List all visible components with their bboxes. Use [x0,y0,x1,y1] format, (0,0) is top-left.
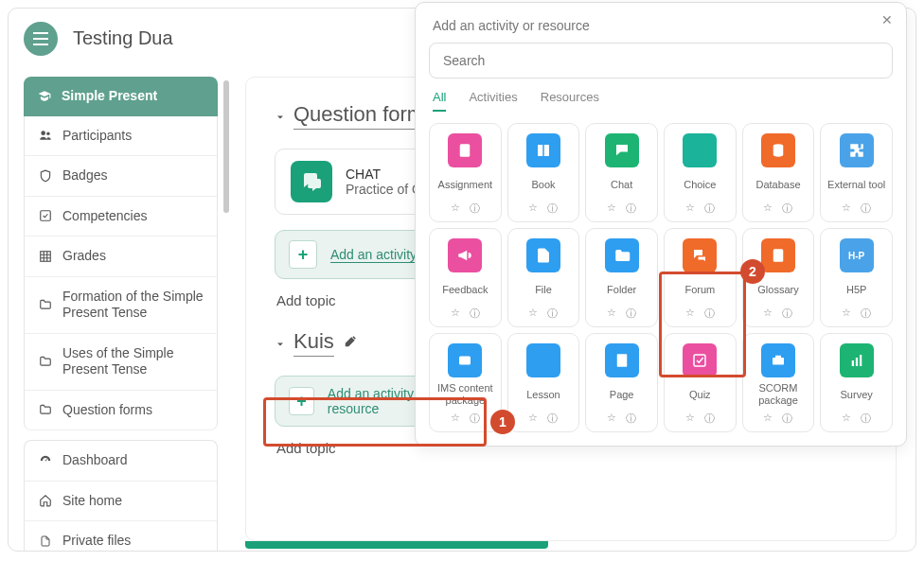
info-icon[interactable]: ⓘ [861,307,871,321]
star-icon[interactable]: ☆ [763,202,773,216]
activity-card-file[interactable]: File☆ⓘ [507,228,580,327]
info-icon[interactable]: ⓘ [470,412,480,426]
hamburger-button[interactable] [24,22,58,56]
svg-rect-19 [619,359,625,360]
activity-card-survey[interactable]: Survey☆ⓘ [820,333,893,432]
info-icon[interactable]: ⓘ [782,412,792,426]
info-icon[interactable]: ⓘ [547,202,558,216]
chat-icon [605,133,639,167]
search-input[interactable] [429,43,893,79]
sidebar-item-question-forms[interactable]: Question forms [24,391,218,431]
info-icon[interactable]: ⓘ [547,412,558,426]
svg-rect-1 [33,38,48,40]
check-square-icon [38,208,53,223]
puzzle-icon [840,133,874,167]
info-icon[interactable]: ⓘ [470,202,480,216]
callout-badge-1: 1 [490,410,515,434]
hamburger-icon [33,32,48,45]
svg-rect-12 [773,249,784,262]
activity-card-feedback[interactable]: Feedback☆ⓘ [429,228,502,327]
star-icon[interactable]: ☆ [685,412,695,426]
info-icon[interactable]: ⓘ [782,202,792,216]
activity-card-book[interactable]: Book☆ⓘ [507,123,580,222]
info-icon[interactable]: ⓘ [861,412,871,426]
star-icon[interactable]: ☆ [528,307,538,321]
activity-card-label: Assignment [438,173,492,196]
sidebar-item-site-home[interactable]: Site home [24,482,218,522]
info-icon[interactable]: ⓘ [782,307,792,321]
sidebar-item-label: Private files [62,533,131,550]
star-icon[interactable]: ☆ [842,412,851,426]
svg-rect-17 [616,354,627,367]
star-icon[interactable]: ☆ [842,307,851,321]
tab-resources[interactable]: Resources [541,90,599,112]
activity-card-folder[interactable]: Folder☆ⓘ [585,228,658,327]
course-title: Testing Dua [73,27,173,49]
file-doc-icon [448,133,482,167]
activity-card-assignment[interactable]: Assignment☆ⓘ [429,123,502,222]
scrollbar[interactable] [223,80,229,213]
close-icon[interactable]: ✕ [881,12,893,27]
activity-card-chat[interactable]: Chat☆ⓘ [585,123,658,222]
info-icon[interactable]: ⓘ [626,307,636,321]
sidebar-item-course[interactable]: Simple Present [24,77,218,116]
sidebar-item-competencies[interactable]: Competencies [24,197,218,237]
tab-activities[interactable]: Activities [469,90,517,112]
tab-all[interactable]: All [433,90,446,112]
star-icon[interactable]: ☆ [451,307,460,321]
activity-card-scorm-package[interactable]: SCORM package☆ⓘ [742,333,815,432]
activity-card-forum[interactable]: Forum☆ⓘ [664,228,737,327]
svg-rect-0 [33,32,48,34]
sidebar-item-dashboard[interactable]: Dashboard [24,440,218,482]
activity-card-choice[interactable]: Choice☆ⓘ [664,123,737,222]
star-icon[interactable]: ☆ [607,202,616,216]
star-icon[interactable]: ☆ [842,202,851,216]
sidebar-item-uses[interactable]: Uses of the Simple Present Tense [24,334,218,391]
star-icon[interactable]: ☆ [607,412,616,426]
info-icon[interactable]: ⓘ [470,307,480,321]
sidebar-item-private-files[interactable]: Private files [24,521,218,552]
activity-card-lesson[interactable]: Lesson☆ⓘ [507,333,580,432]
star-icon[interactable]: ☆ [763,307,773,321]
info-icon[interactable]: ⓘ [547,307,558,321]
star-icon[interactable]: ☆ [763,412,773,426]
scorm-icon [761,343,795,377]
pencil-icon[interactable] [344,335,357,351]
users-icon [38,128,53,143]
star-icon[interactable]: ☆ [528,412,538,426]
activity-card-page[interactable]: Page☆ⓘ [585,333,658,432]
sidebar-item-grades[interactable]: Grades [24,237,218,277]
folder-icon [605,238,639,272]
activities-grid: Assignment☆ⓘBook☆ⓘChat☆ⓘChoice☆ⓘDatabase… [429,123,893,432]
activity-card-quiz[interactable]: Quiz☆ⓘ [664,333,737,432]
star-icon[interactable]: ☆ [451,202,460,216]
star-icon[interactable]: ☆ [451,412,460,426]
info-icon[interactable]: ⓘ [626,412,636,426]
sidebar-item-participants[interactable]: Participants [24,116,218,157]
quiz-icon [683,343,717,377]
info-icon[interactable]: ⓘ [861,202,871,216]
svg-rect-9 [462,149,468,150]
chat-activity-icon [291,161,332,202]
star-icon[interactable]: ☆ [685,307,695,321]
info-icon[interactable]: ⓘ [704,412,715,426]
activity-card-h5p[interactable]: H-PH5P☆ⓘ [820,228,893,327]
star-icon[interactable]: ☆ [607,307,616,321]
sidebar-item-formation[interactable]: Formation of the Simple Present Tense [24,277,218,334]
svg-rect-2 [33,44,48,45]
info-icon[interactable]: ⓘ [704,307,715,321]
info-icon[interactable]: ⓘ [704,202,715,216]
star-icon[interactable]: ☆ [685,202,695,216]
activity-card-label: H5P [846,278,866,301]
sidebar-item-badges[interactable]: Badges [24,156,218,197]
info-icon[interactable]: ⓘ [626,202,636,216]
svg-rect-21 [694,355,705,366]
database-icon [761,133,795,167]
activity-card-database[interactable]: Database☆ⓘ [742,123,815,222]
activity-card-label: Book [531,173,555,196]
star-icon[interactable]: ☆ [528,202,538,216]
activity-card-external-tool[interactable]: External tool☆ⓘ [820,123,893,222]
ims-icon [448,343,482,377]
svg-rect-10 [462,152,466,153]
svg-rect-18 [619,357,625,358]
